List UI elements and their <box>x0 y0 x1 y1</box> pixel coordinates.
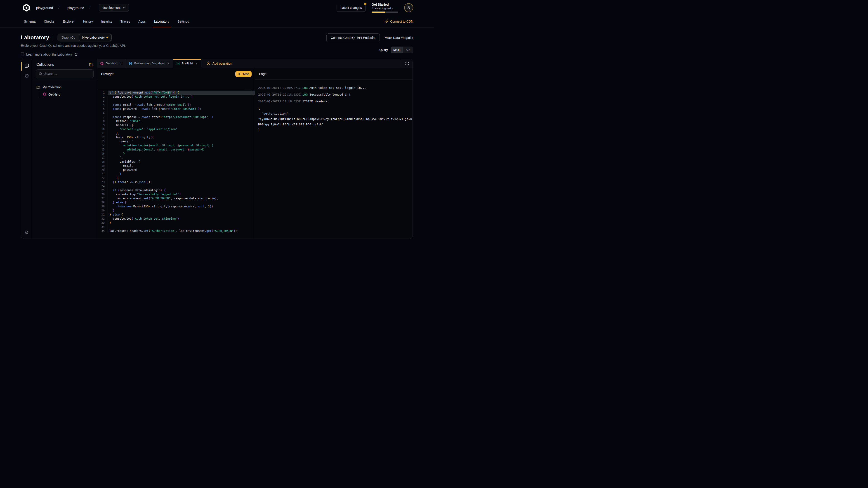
log-json-line: "eyJhbGciOiJIUzI1NiIsInR5cCI6IkpXVCJ9.ey… <box>258 117 409 122</box>
latest-changes-button[interactable]: Latest changes <box>337 4 366 12</box>
collections-rail-button[interactable] <box>21 61 32 71</box>
query-toggle-api[interactable]: API <box>403 46 413 53</box>
code-line[interactable]: 8 method: "POST", <box>97 119 255 123</box>
settings-rail-button[interactable]: ⚙ <box>21 227 32 237</box>
nav-tab-settings[interactable]: Settings <box>177 15 189 27</box>
code-line[interactable]: 5 const password = await lab.prompt('Ent… <box>97 107 255 111</box>
get-started-widget[interactable]: Get Started 3 remaining tasks <box>372 3 398 13</box>
mock-data-endpoint-button[interactable]: Mock Data Endpoint <box>385 36 413 39</box>
user-avatar[interactable] <box>404 3 413 12</box>
code-line[interactable]: 27 lab.environment.set("AUTH_TOKEN", res… <box>97 196 255 200</box>
latest-changes-label: Latest changes <box>340 6 362 9</box>
code-line[interactable]: 20 password <box>97 168 255 172</box>
toggle-option-hive-laboratory[interactable]: Hive Laboratory <box>79 34 112 41</box>
code-line[interactable]: 17 `, <box>97 156 255 160</box>
collections-title: Collections <box>36 63 54 67</box>
code-line[interactable]: 10 'Content-Type': 'application/json' <box>97 127 255 131</box>
breadcrumb-project[interactable]: playground <box>67 6 84 10</box>
fullscreen-button[interactable] <box>401 59 412 68</box>
code-line[interactable]: 1if (!lab.environment.get("AUTH_TOKEN"))… <box>97 91 255 95</box>
code-line[interactable]: 21 } <box>97 172 255 176</box>
code-line[interactable]: 26 console.log('Successfully logged in!'… <box>97 192 255 196</box>
code-line[interactable]: 33} <box>97 221 255 225</box>
code-line[interactable]: 29 throw new Error(JSON.stringify(respon… <box>97 204 255 208</box>
collection-folder-my-collection[interactable]: My Collection <box>35 85 94 90</box>
code-line[interactable]: 28 } else { <box>97 200 255 204</box>
nav-tab-schema[interactable]: Schema <box>24 15 36 27</box>
code-text: if (response.data.adminLogin) { <box>107 188 255 192</box>
code-line[interactable]: 34 <box>97 225 255 229</box>
code-line[interactable]: 31} else { <box>97 213 255 217</box>
line-number: 9 <box>97 123 105 127</box>
nav-tab-checks[interactable]: Checks <box>43 15 55 27</box>
add-operation-button[interactable]: Add operation <box>204 59 235 68</box>
nav-tab-history[interactable]: History <box>83 15 93 27</box>
code-line[interactable]: 15 adminLogin(email: $email, password: $… <box>97 148 255 152</box>
code-editor[interactable]: 1if (!lab.environment.get("AUTH_TOKEN"))… <box>97 89 255 238</box>
code-line[interactable]: 2 console.log('Auth token not set, loggi… <box>97 95 255 99</box>
code-line[interactable]: 3 <box>97 99 255 103</box>
connect-graphql-api-endpoint-button[interactable]: Connect GraphQL API Endpoint <box>327 33 380 42</box>
code-line[interactable]: 25 if (response.data.adminLogin) { <box>97 188 255 192</box>
test-button[interactable]: Test <box>235 71 252 77</box>
toggle-option-graphiql[interactable]: GraphiQL <box>58 34 79 41</box>
nav-tab-traces[interactable]: Traces <box>120 15 130 27</box>
collections-search[interactable] <box>36 69 94 78</box>
nav-tab-apps[interactable]: Apps <box>138 15 146 27</box>
connect-to-cdn-label: Connect to CDN <box>390 20 413 23</box>
close-icon[interactable]: × <box>168 61 170 65</box>
code-line[interactable]: 6 <box>97 111 255 115</box>
code-line[interactable]: 9 headers: { <box>97 123 255 127</box>
line-number: 13 <box>97 139 105 143</box>
code-line[interactable]: 14 mutation Login($email: String!, $pass… <box>97 143 255 148</box>
code-line[interactable]: 30 } <box>97 208 255 213</box>
tab-environment-variables[interactable]: Environment Variables × <box>125 59 173 68</box>
log-entry: 2026-01-26T12:12:09.271Z LOG Auth token … <box>258 86 409 92</box>
close-icon[interactable]: × <box>120 61 122 65</box>
code-line[interactable]: 24 <box>97 184 255 188</box>
hive-logo-icon[interactable] <box>23 4 30 11</box>
scrollbar-thumb[interactable] <box>245 89 251 89</box>
nav-tab-laboratory[interactable]: Laboratory <box>153 15 169 27</box>
line-number: 5 <box>97 107 105 111</box>
search-input[interactable] <box>44 72 91 75</box>
code-line[interactable]: 19 email, <box>97 164 255 168</box>
logs-output[interactable]: 2026-01-26T12:12:09.271Z LOG Auth token … <box>255 80 412 238</box>
code-line[interactable]: 11 }, <box>97 131 255 135</box>
connect-to-cdn-link[interactable]: Connect to CDN <box>384 15 413 27</box>
preflight-editor: Preflight Test 1if (!lab.environment.get… <box>97 68 255 238</box>
log-timestamp: 2026-01-26T12:12:18.333Z <box>258 93 303 96</box>
breadcrumb-org[interactable]: playground <box>36 6 53 10</box>
code-line[interactable]: 4 const email = await lab.prompt('Enter … <box>97 103 255 107</box>
code-line[interactable]: 18 variables: { <box>97 160 255 164</box>
code-text: variables: { <box>107 160 255 164</box>
header-right: Latest changes Get Started 3 remaining t… <box>337 3 413 13</box>
code-line[interactable]: 32 console.log('Auth token set, skipping… <box>97 217 255 221</box>
code-line[interactable]: 22 }) <box>97 176 255 180</box>
code-line[interactable]: 12 body: JSON.stringify({ <box>97 135 255 139</box>
environment-selector[interactable]: development <box>99 4 129 12</box>
line-number: 14 <box>97 143 105 148</box>
tab-gethero[interactable]: GetHero × <box>97 59 125 68</box>
nav-tab-insights[interactable]: Insights <box>101 15 113 27</box>
code-line[interactable]: 35lab.request.headers.set('Authorization… <box>97 229 255 233</box>
new-folder-icon[interactable] <box>89 63 93 66</box>
learn-more-link[interactable]: Learn more about the Laboratory <box>21 53 126 56</box>
code-text <box>107 184 255 188</box>
history-rail-button[interactable] <box>21 71 32 80</box>
close-icon[interactable]: × <box>196 61 198 65</box>
breadcrumb-separator: / <box>58 6 59 9</box>
code-line[interactable]: 13 query: ` <box>97 139 255 143</box>
log-timestamp: 2026-01-26T12:12:09.271Z <box>258 86 303 90</box>
code-line[interactable]: 7 const response = await fetch("http://l… <box>97 115 255 119</box>
code-line[interactable]: 23 }).then(r => r.json()); <box>97 180 255 184</box>
code-text: console.log('Auth token set, skipping') <box>107 217 255 221</box>
tab-preflight[interactable]: Preflight × <box>173 59 201 68</box>
query-toggle-mock[interactable]: Mock <box>391 46 403 53</box>
code-text <box>107 225 255 229</box>
nav-tab-explorer[interactable]: Explorer <box>62 15 75 27</box>
code-line[interactable]: 16 } <box>97 152 255 156</box>
collection-item-gethero[interactable]: GetHero <box>42 92 94 97</box>
notification-dot <box>364 3 366 5</box>
line-number: 3 <box>97 99 105 103</box>
